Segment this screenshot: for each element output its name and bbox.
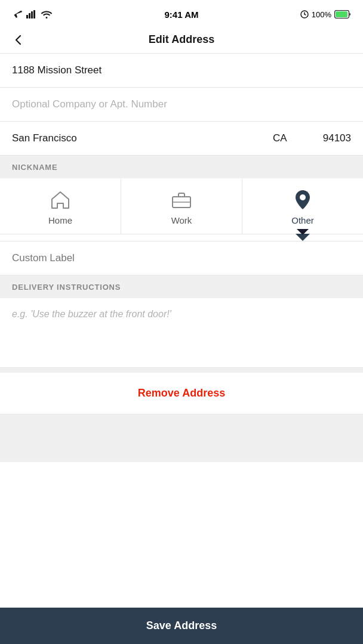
apt-placeholder: Optional Company or Apt. Number [12,98,167,110]
back-arrow-icon [12,33,25,47]
lock-rotation-icon [300,10,309,18]
home-icon [50,189,71,210]
nickname-home[interactable]: Home [0,178,121,234]
status-left [12,10,53,19]
delivery-section-header: DELIVERY INSTRUCTIONS [0,275,363,298]
svg-rect-6 [336,11,347,17]
nickname-other-label: Other [291,215,314,225]
apt-field[interactable]: Optional Company or Apt. Number [0,88,363,122]
custom-label-row[interactable] [0,242,363,275]
pin-icon [292,189,313,210]
back-button[interactable] [10,31,27,49]
nickname-work-label: Work [171,215,192,225]
airplane-icon [12,10,23,19]
status-time: 9:41 AM [165,10,199,20]
signal-icon [26,10,37,18]
save-bar: Save Address [0,608,363,644]
svg-point-9 [300,194,306,200]
street-value: 1188 Mission Street [12,64,101,76]
remove-address-button[interactable]: Remove Address [138,387,225,400]
svg-rect-1 [29,13,30,18]
nickname-options: Home Work Other [0,178,363,234]
svg-rect-0 [26,15,28,18]
address-form: 1188 Mission Street Optional Company or … [0,54,363,156]
delivery-label: DELIVERY INSTRUCTIONS [12,283,121,292]
header: Edit Address [0,26,363,54]
city-state-zip-row[interactable]: San Francisco CA 94103 [0,122,363,156]
remove-section: Remove Address [0,373,363,414]
nickname-home-label: Home [48,215,72,225]
svg-rect-3 [33,10,35,18]
active-indicator-row [0,234,363,242]
delivery-field[interactable]: e.g. 'Use the buzzer at the front door!' [0,298,363,368]
status-bar: 9:41 AM 100% [0,0,363,26]
nickname-section-header: NICKNAME [0,156,363,178]
delivery-placeholder: e.g. 'Use the buzzer at the front door!' [12,309,171,319]
status-right: 100% [300,10,351,19]
state-value: CA [273,132,287,144]
wifi-icon [41,10,53,18]
bottom-spacer [0,414,363,462]
city-value: San Francisco [12,132,273,144]
battery-percent: 100% [312,10,331,19]
street-field[interactable]: 1188 Mission Street [0,54,363,88]
nickname-label: NICKNAME [12,163,57,172]
divider [0,368,363,373]
custom-label-input[interactable] [12,252,351,264]
battery-icon [334,10,351,18]
save-address-button[interactable]: Save Address [12,620,351,632]
page-title: Edit Address [149,33,214,46]
nickname-other[interactable]: Other [242,178,363,234]
briefcase-icon [171,189,192,210]
svg-rect-2 [31,11,33,18]
nickname-work[interactable]: Work [121,178,242,234]
zip-value: 94103 [323,132,351,144]
